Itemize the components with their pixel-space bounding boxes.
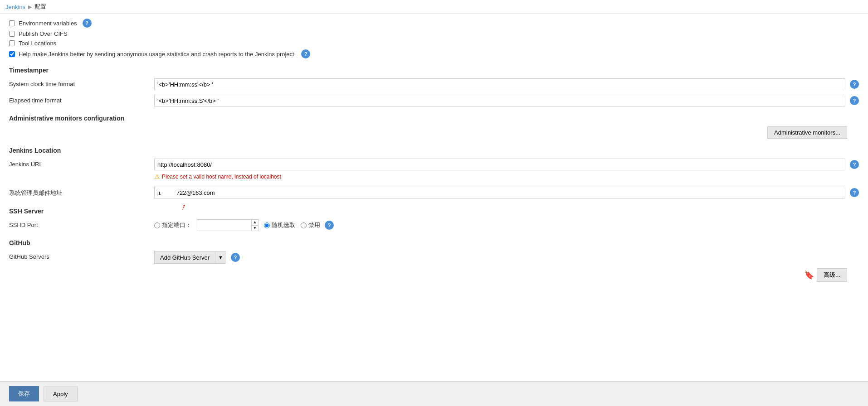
github-servers-row: GitHub Servers Add GitHub Server ▼ ? xyxy=(9,251,859,264)
spinner-up-icon[interactable]: ▲ xyxy=(252,220,258,226)
radio-random-input[interactable] xyxy=(264,222,270,228)
port-input[interactable] xyxy=(197,219,251,231)
breadcrumb-home[interactable]: Jenkins xyxy=(5,4,25,10)
elapsed-time-input[interactable] xyxy=(154,95,845,106)
tool-locations-checkbox[interactable] xyxy=(9,40,15,46)
email-row: 系统管理员邮件地址 ↑ ? xyxy=(9,187,859,199)
radio-fixed-input[interactable] xyxy=(154,222,160,228)
env-vars-checkbox[interactable] xyxy=(9,20,15,26)
checkbox-row-cifs: Publish Over CIFS xyxy=(9,30,859,37)
env-vars-help-icon[interactable]: ? xyxy=(83,19,92,28)
usage-stats-label[interactable]: Help make Jenkins better by sending anon… xyxy=(19,51,296,58)
warning-message: Please set a valid host name, instead of… xyxy=(162,174,281,180)
usage-stats-checkbox[interactable] xyxy=(9,51,15,57)
timestamper-section-title: Timestamper xyxy=(9,67,859,74)
publish-cifs-checkbox[interactable] xyxy=(9,31,15,37)
sshd-port-help-icon[interactable]: ? xyxy=(325,221,334,230)
sshd-port-row: SSHD Port 指定端口： ▲ ▼ 随机选取 xyxy=(9,219,859,231)
jenkins-url-row: Jenkins URL ? ⚠ Please set a valid host … xyxy=(9,159,859,180)
bottom-toolbar: 保存 Apply xyxy=(0,381,868,406)
jenkins-url-help-icon[interactable]: ? xyxy=(850,160,859,169)
breadcrumb-arrow: ▶ xyxy=(28,4,32,10)
email-label: 系统管理员邮件地址 xyxy=(9,187,154,199)
warning-icon: ⚠ xyxy=(154,173,160,180)
sshd-port-label: SSHD Port xyxy=(9,219,154,231)
jenkins-location-section-title: Jenkins Location xyxy=(9,147,859,154)
system-clock-label: System clock time format xyxy=(9,78,154,90)
add-github-server-button[interactable]: Add GitHub Server ▼ xyxy=(154,251,226,264)
radio-fixed-label: 指定端口： xyxy=(162,221,191,229)
breadcrumb: Jenkins ▶ 配置 xyxy=(0,0,868,14)
usage-stats-help-icon[interactable]: ? xyxy=(301,49,310,58)
env-vars-label[interactable]: Environment variables xyxy=(19,20,77,27)
sshd-port-radio-group: 指定端口： ▲ ▼ 随机选取 禁用 xyxy=(154,219,320,231)
system-clock-input[interactable] xyxy=(154,78,845,90)
jenkins-url-control: ? ⚠ Please set a valid host name, instea… xyxy=(154,159,859,180)
system-clock-row: System clock time format ? xyxy=(9,78,859,90)
advanced-button[interactable]: 高级... xyxy=(817,268,847,282)
add-github-server-label: Add GitHub Server xyxy=(155,252,215,263)
admin-monitors-button[interactable]: Administrative monitors... xyxy=(767,126,847,139)
radio-random-port[interactable]: 随机选取 xyxy=(264,221,295,229)
system-clock-help-icon[interactable]: ? xyxy=(850,80,859,89)
checkbox-row-usage: Help make Jenkins better by sending anon… xyxy=(9,49,859,58)
jenkins-url-input[interactable] xyxy=(154,159,845,170)
email-field-wrapper: ↑ xyxy=(154,187,845,198)
jenkins-url-warning: ⚠ Please set a valid host name, instead … xyxy=(154,173,281,180)
elapsed-time-help-icon[interactable]: ? xyxy=(850,96,859,105)
port-spinner: ▲ ▼ xyxy=(251,219,258,231)
radio-random-label: 随机选取 xyxy=(272,221,295,229)
elapsed-time-label: Elapsed time format xyxy=(9,95,154,106)
checkboxes-section: Environment variables ? Publish Over CIF… xyxy=(9,19,859,58)
add-github-dropdown-arrow[interactable]: ▼ xyxy=(215,253,226,262)
apply-button[interactable]: Apply xyxy=(44,387,78,401)
github-servers-control: Add GitHub Server ▼ ? xyxy=(154,251,859,264)
port-input-wrapper: ▲ ▼ xyxy=(197,219,258,231)
publish-cifs-label[interactable]: Publish Over CIFS xyxy=(19,30,68,37)
advanced-bar: 🔖 高级... xyxy=(9,268,859,282)
save-button[interactable]: 保存 xyxy=(9,386,39,401)
tool-locations-label[interactable]: Tool Locations xyxy=(19,40,56,47)
ssh-server-section-title: SSH Server xyxy=(9,208,859,215)
github-servers-label: GitHub Servers xyxy=(9,251,154,262)
email-control: ↑ ? xyxy=(154,187,859,198)
radio-disable-label: 禁用 xyxy=(308,221,320,229)
jenkins-url-label: Jenkins URL xyxy=(9,159,154,170)
radio-disable-port[interactable]: 禁用 xyxy=(301,221,320,229)
radio-disable-input[interactable] xyxy=(301,222,307,228)
github-servers-help-icon[interactable]: ? xyxy=(231,253,240,262)
sshd-port-control: 指定端口： ▲ ▼ 随机选取 禁用 ? xyxy=(154,219,859,231)
checkbox-row-tool: Tool Locations xyxy=(9,40,859,47)
advanced-icon: 🔖 xyxy=(804,270,814,280)
email-input[interactable] xyxy=(154,187,845,198)
system-clock-control: ? xyxy=(154,78,859,90)
main-content: Environment variables ? Publish Over CIF… xyxy=(0,14,868,406)
spinner-down-icon[interactable]: ▼ xyxy=(252,226,258,231)
breadcrumb-current: 配置 xyxy=(34,3,46,11)
checkbox-row-env: Environment variables ? xyxy=(9,19,859,28)
elapsed-time-control: ? xyxy=(154,95,859,106)
admin-monitors-btn-row: Administrative monitors... xyxy=(9,126,859,139)
email-help-icon[interactable]: ? xyxy=(850,188,859,197)
elapsed-time-row: Elapsed time format ? xyxy=(9,95,859,106)
github-section-title: GitHub xyxy=(9,239,859,246)
radio-fixed-port[interactable]: 指定端口： xyxy=(154,221,191,229)
admin-monitors-section-title: Administrative monitors configuration xyxy=(9,115,859,122)
